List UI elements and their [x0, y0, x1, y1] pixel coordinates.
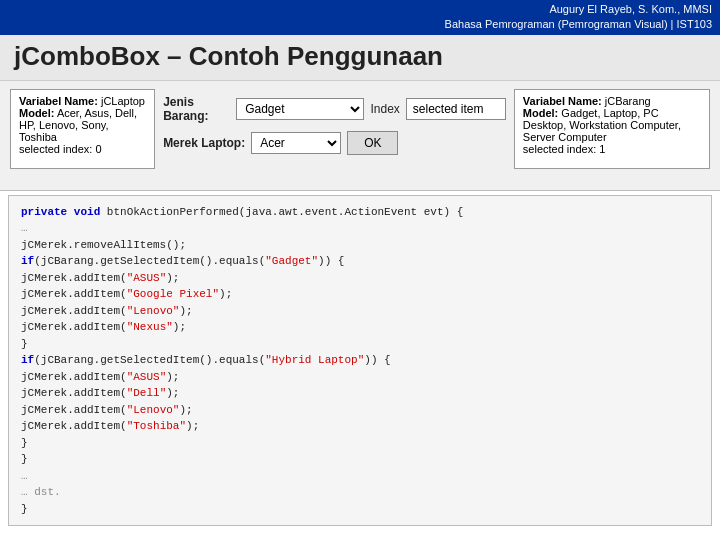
left-info-box: Variabel Name: jCLaptop Model: Acer, Asu… [10, 89, 155, 169]
right-var-label: Variabel Name: jCBarang [523, 95, 701, 107]
code-line: } [21, 336, 699, 353]
ui-demo-area: Variabel Name: jCLaptop Model: Acer, Asu… [0, 81, 720, 191]
combo-area: Jenis Barang: Gadget Laptop PC Desktop W… [163, 89, 506, 161]
left-var-label: Variabel Name: jCLaptop [19, 95, 146, 107]
code-line: jCMerek.addItem("Dell"); [21, 385, 699, 402]
code-line: private void btnOkActionPerformed(java.a… [21, 204, 699, 221]
code-line: jCMerek.addItem("Nexus"); [21, 319, 699, 336]
code-line: } [21, 435, 699, 452]
code-line: jCMerek.addItem("Google Pixel"); [21, 286, 699, 303]
code-line: jCMerek.addItem("ASUS"); [21, 369, 699, 386]
code-line: } [21, 451, 699, 468]
index-label: Index [370, 102, 399, 116]
selected-item-display: selected item [406, 98, 506, 120]
left-model-label: Model: Acer, Asus, Dell, HP, Lenovo, Son… [19, 107, 146, 143]
code-line: jCMerek.removeAllItems(); [21, 237, 699, 254]
code-line: jCMerek.addItem("Lenovo"); [21, 303, 699, 320]
code-line: if(jCBarang.getSelectedItem().equals("Ga… [21, 253, 699, 270]
right-model-label: Model: Gadget, Laptop, PC Desktop, Works… [523, 107, 701, 143]
code-line: jCMerek.addItem("Toshiba"); [21, 418, 699, 435]
right-info-box: Variabel Name: jCBarang Model: Gadget, L… [514, 89, 710, 169]
jenis-barang-combo[interactable]: Gadget Laptop PC Desktop Workstation Com… [236, 98, 364, 120]
code-line: } [21, 501, 699, 518]
code-line: jCMerek.addItem("Lenovo"); [21, 402, 699, 419]
ok-button[interactable]: OK [347, 131, 398, 155]
page-title: jComboBox – Contoh Penggunaan [0, 35, 720, 81]
header-line1: Augury El Rayeb, S. Kom., MMSI [549, 3, 712, 15]
left-selected-index: selected index: 0 [19, 143, 146, 155]
code-line: jCMerek.addItem("ASUS"); [21, 270, 699, 287]
code-content: private void btnOkActionPerformed(java.a… [21, 204, 699, 518]
code-line: … [21, 220, 699, 237]
right-selected-index: selected index: 1 [523, 143, 701, 155]
header: Augury El Rayeb, S. Kom., MMSI Bahasa Pe… [0, 0, 720, 35]
code-line: if(jCBarang.getSelectedItem().equals("Hy… [21, 352, 699, 369]
merek-label: Merek Laptop: [163, 136, 245, 150]
merek-row: Merek Laptop: Acer Asus Dell HP Lenovo S… [163, 131, 398, 155]
code-line: … [21, 468, 699, 485]
jenis-row: Jenis Barang: Gadget Laptop PC Desktop W… [163, 95, 506, 123]
merek-laptop-combo[interactable]: Acer Asus Dell HP Lenovo Sony Toshiba [251, 132, 341, 154]
jenis-label: Jenis Barang: [163, 95, 230, 123]
header-line2: Bahasa Pemrograman (Pemrograman Visual) … [445, 18, 712, 30]
code-line: … dst. [21, 484, 699, 501]
code-area: private void btnOkActionPerformed(java.a… [8, 195, 712, 527]
